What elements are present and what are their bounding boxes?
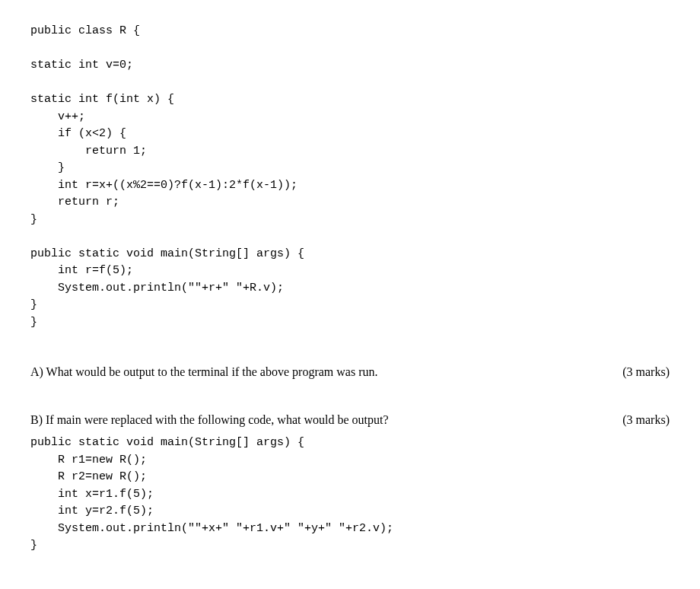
code-block-main: public class R { static int v=0; static …	[30, 23, 670, 331]
question-b-text: B) If main were replaced with the follow…	[30, 413, 389, 427]
code-block-secondary: public static void main(String[] args) {…	[30, 435, 670, 555]
question-a-marks: (3 marks)	[592, 365, 670, 379]
question-b-marks: (3 marks)	[592, 413, 670, 427]
question-a-row: A) What would be output to the terminal …	[30, 365, 670, 379]
question-a-text: A) What would be output to the terminal …	[30, 365, 377, 379]
question-b-row: B) If main were replaced with the follow…	[30, 413, 670, 427]
